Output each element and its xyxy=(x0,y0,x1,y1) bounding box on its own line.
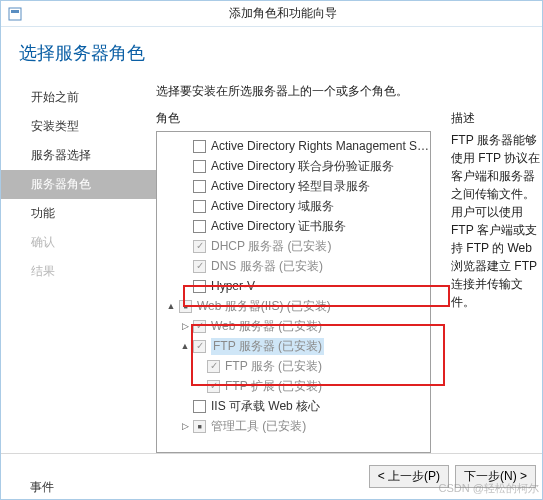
tree-label: Active Directory 证书服务 xyxy=(211,218,346,235)
tree-label: FTP 服务器 (已安装) xyxy=(211,338,324,355)
checkbox xyxy=(193,240,206,253)
expand-icon xyxy=(179,220,191,232)
instruction-text: 选择要安装在所选服务器上的一个或多个角色。 xyxy=(156,83,542,100)
page-title: 选择服务器角色 xyxy=(1,27,542,75)
sidebar-item-before-begin[interactable]: 开始之前 xyxy=(1,83,156,112)
roles-tree: Active Directory Rights Management Servi… xyxy=(157,132,430,440)
events-label: 事件 xyxy=(30,479,54,496)
tree-label: Active Directory Rights Management Servi… xyxy=(211,139,430,153)
checkbox xyxy=(193,340,206,353)
expand-icon[interactable]: ▲ xyxy=(179,340,191,352)
tree-label: Active Directory 域服务 xyxy=(211,198,334,215)
expand-icon xyxy=(179,260,191,272)
tree-label: Active Directory 联合身份验证服务 xyxy=(211,158,394,175)
tree-row[interactable]: ▲Web 服务器(IIS) (已安装) xyxy=(157,296,430,316)
sidebar: 开始之前 安装类型 服务器选择 服务器角色 功能 确认 结果 xyxy=(1,75,156,453)
expand-icon[interactable]: ▲ xyxy=(165,300,177,312)
sidebar-item-results: 结果 xyxy=(1,257,156,286)
tree-label: IIS 可承载 Web 核心 xyxy=(211,398,320,415)
tree-row[interactable]: ▷Web 服务器 (已安装) xyxy=(157,316,430,336)
checkbox xyxy=(193,420,206,433)
titlebar: 添加角色和功能向导 xyxy=(1,1,542,27)
roles-tree-container: Active Directory Rights Management Servi… xyxy=(156,131,431,453)
tree-label: Hyper-V xyxy=(211,279,255,293)
main: 选择要安装在所选服务器上的一个或多个角色。 角色 Active Director… xyxy=(156,75,542,453)
tree-row[interactable]: Active Directory Rights Management Servi… xyxy=(157,136,430,156)
expand-icon xyxy=(179,160,191,172)
tree-label: FTP 服务 (已安装) xyxy=(225,358,322,375)
columns: 角色 Active Directory Rights Management Se… xyxy=(156,110,542,453)
body: 开始之前 安装类型 服务器选择 服务器角色 功能 确认 结果 选择要安装在所选服… xyxy=(1,75,542,453)
tree-row[interactable]: DHCP 服务器 (已安装) xyxy=(157,236,430,256)
checkbox[interactable] xyxy=(193,160,206,173)
tree-label: Web 服务器(IIS) (已安装) xyxy=(197,298,331,315)
checkbox[interactable] xyxy=(193,280,206,293)
sidebar-item-server-roles[interactable]: 服务器角色 xyxy=(1,170,156,199)
tree-row[interactable]: IIS 可承载 Web 核心 xyxy=(157,396,430,416)
svg-rect-0 xyxy=(9,8,21,20)
window-title: 添加角色和功能向导 xyxy=(29,5,536,22)
roles-header: 角色 xyxy=(156,110,431,127)
tree-row[interactable]: FTP 扩展 (已安装) xyxy=(157,376,430,396)
tree-row[interactable]: Active Directory 轻型目录服务 xyxy=(157,176,430,196)
tree-row[interactable]: Active Directory 证书服务 xyxy=(157,216,430,236)
tree-label: FTP 扩展 (已安装) xyxy=(225,378,322,395)
expand-icon xyxy=(179,280,191,292)
checkbox[interactable] xyxy=(193,140,206,153)
checkbox[interactable] xyxy=(193,200,206,213)
tree-label: DHCP 服务器 (已安装) xyxy=(211,238,331,255)
checkbox xyxy=(207,380,220,393)
sidebar-item-install-type[interactable]: 安装类型 xyxy=(1,112,156,141)
watermark: CSDN @轻松的柯尔 xyxy=(439,481,539,496)
expand-icon xyxy=(179,400,191,412)
svg-rect-1 xyxy=(11,10,19,13)
tree-label: Active Directory 轻型目录服务 xyxy=(211,178,370,195)
expand-icon[interactable]: ▷ xyxy=(179,320,191,332)
tree-row[interactable]: FTP 服务 (已安装) xyxy=(157,356,430,376)
wizard-window: 添加角色和功能向导 选择服务器角色 开始之前 安装类型 服务器选择 服务器角色 … xyxy=(0,0,543,500)
checkbox[interactable] xyxy=(193,220,206,233)
description-column: 描述 FTP 服务器能够使用 FTP 协议在客户端和服务器之间传输文件。用户可以… xyxy=(431,110,542,453)
expand-icon xyxy=(193,380,205,392)
roles-column: 角色 Active Directory Rights Management Se… xyxy=(156,110,431,453)
expand-icon xyxy=(179,180,191,192)
sidebar-item-confirm: 确认 xyxy=(1,228,156,257)
expand-icon xyxy=(179,240,191,252)
description-text: FTP 服务器能够使用 FTP 协议在客户端和服务器之间传输文件。用户可以使用 … xyxy=(451,131,542,311)
roles-tree-scroll[interactable]: Active Directory Rights Management Servi… xyxy=(157,132,430,452)
tree-row[interactable]: Hyper-V xyxy=(157,276,430,296)
tree-label: 管理工具 (已安装) xyxy=(211,418,306,435)
expand-icon xyxy=(179,200,191,212)
sidebar-item-features[interactable]: 功能 xyxy=(1,199,156,228)
checkbox xyxy=(207,360,220,373)
checkbox[interactable] xyxy=(193,400,206,413)
expand-icon xyxy=(179,140,191,152)
tree-row[interactable]: ▷管理工具 (已安装) xyxy=(157,416,430,436)
sidebar-item-server-select[interactable]: 服务器选择 xyxy=(1,141,156,170)
tree-label: Web 服务器 (已安装) xyxy=(211,318,322,335)
tree-row[interactable]: ▲FTP 服务器 (已安装) xyxy=(157,336,430,356)
expand-icon[interactable]: ▷ xyxy=(179,420,191,432)
checkbox xyxy=(193,320,206,333)
checkbox xyxy=(193,260,206,273)
checkbox xyxy=(179,300,192,313)
tree-label: DNS 服务器 (已安装) xyxy=(211,258,323,275)
checkbox[interactable] xyxy=(193,180,206,193)
app-icon xyxy=(7,6,23,22)
tree-row[interactable]: Active Directory 联合身份验证服务 xyxy=(157,156,430,176)
tree-row[interactable]: DNS 服务器 (已安装) xyxy=(157,256,430,276)
prev-button[interactable]: < 上一步(P) xyxy=(369,465,449,488)
expand-icon xyxy=(193,360,205,372)
tree-row[interactable]: Active Directory 域服务 xyxy=(157,196,430,216)
description-header: 描述 xyxy=(451,110,542,127)
